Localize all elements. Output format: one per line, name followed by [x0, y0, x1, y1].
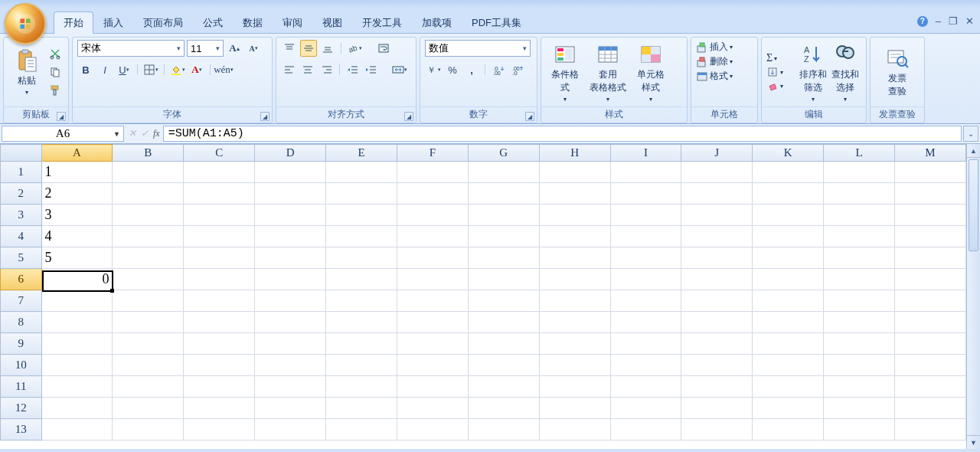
cell-F4[interactable]	[397, 226, 468, 247]
cell-B3[interactable]	[113, 205, 184, 226]
col-header-I[interactable]: I	[610, 145, 681, 162]
cell-K11[interactable]	[753, 376, 824, 398]
cell-M3[interactable]	[894, 205, 965, 226]
cell-H6[interactable]	[539, 269, 610, 290]
cell-styles-button[interactable]: 单元格 样式▾	[632, 41, 670, 104]
cell-E3[interactable]	[326, 205, 397, 226]
col-header-L[interactable]: L	[824, 145, 895, 162]
cell-G1[interactable]	[468, 162, 539, 183]
cell-M13[interactable]	[894, 419, 965, 441]
cell-G5[interactable]	[468, 247, 539, 269]
row-header-8[interactable]: 8	[1, 312, 42, 333]
col-header-E[interactable]: E	[326, 145, 397, 162]
col-header-B[interactable]: B	[113, 145, 184, 162]
vertical-scrollbar[interactable]: ▲ ▼	[966, 144, 980, 449]
cell-M6[interactable]	[894, 269, 965, 290]
decrease-decimal-button[interactable]: .00.0	[509, 61, 526, 78]
tab-页面布局[interactable]: 页面布局	[133, 11, 193, 34]
cell-I9[interactable]	[610, 333, 681, 355]
col-header-M[interactable]: M	[894, 145, 965, 162]
cell-H13[interactable]	[539, 419, 610, 441]
cell-G8[interactable]	[468, 312, 539, 333]
cell-K8[interactable]	[753, 312, 824, 333]
cell-E11[interactable]	[326, 376, 397, 398]
cell-G9[interactable]	[468, 333, 539, 355]
row-header-9[interactable]: 9	[1, 333, 42, 355]
cell-D9[interactable]	[255, 333, 326, 355]
cell-E2[interactable]	[326, 183, 397, 205]
comma-button[interactable]: ,	[463, 61, 480, 78]
cell-F3[interactable]	[397, 205, 468, 226]
cell-A11[interactable]	[41, 376, 113, 398]
cell-E8[interactable]	[326, 312, 397, 333]
cell-I7[interactable]	[610, 290, 681, 312]
col-header-A[interactable]: A	[41, 145, 113, 162]
cell-F12[interactable]	[397, 398, 468, 419]
underline-button[interactable]: U▾	[116, 61, 132, 78]
name-box[interactable]: A6 ▼	[2, 126, 124, 142]
cell-M4[interactable]	[894, 226, 965, 247]
cell-H1[interactable]	[539, 162, 610, 183]
cell-L1[interactable]	[824, 162, 895, 183]
wrap-text-button[interactable]	[375, 40, 392, 57]
row-header-10[interactable]: 10	[1, 355, 42, 376]
row-header-7[interactable]: 7	[1, 290, 42, 312]
cell-A1[interactable]: 1	[41, 162, 113, 183]
cell-J8[interactable]	[681, 312, 753, 333]
scroll-up-button[interactable]: ▲	[967, 144, 980, 158]
cell-J7[interactable]	[681, 290, 753, 312]
cell-F8[interactable]	[397, 312, 468, 333]
fx-button[interactable]: fx	[153, 128, 160, 139]
row-header-5[interactable]: 5	[1, 247, 42, 269]
scroll-thumb[interactable]	[969, 159, 978, 251]
cell-B12[interactable]	[113, 398, 184, 419]
cell-F2[interactable]	[397, 183, 468, 205]
cell-F13[interactable]	[397, 419, 468, 441]
cell-B5[interactable]	[113, 247, 184, 269]
cell-J4[interactable]	[681, 226, 753, 247]
office-button[interactable]	[5, 3, 46, 44]
cell-M1[interactable]	[894, 162, 965, 183]
cell-D13[interactable]	[255, 419, 326, 441]
cell-M9[interactable]	[894, 333, 965, 355]
cell-J12[interactable]	[681, 398, 753, 419]
tab-审阅[interactable]: 审阅	[273, 11, 312, 34]
cell-H3[interactable]	[539, 205, 610, 226]
select-all-corner[interactable]	[1, 145, 42, 162]
formula-input[interactable]: =SUM(A1:A5)	[163, 126, 962, 142]
cell-B8[interactable]	[113, 312, 184, 333]
cell-B11[interactable]	[113, 376, 184, 398]
insert-cells-button[interactable]: 插入▾	[696, 41, 750, 54]
cell-G11[interactable]	[468, 376, 539, 398]
row-header-4[interactable]: 4	[1, 226, 42, 247]
cell-H10[interactable]	[539, 355, 610, 376]
cell-J5[interactable]	[681, 247, 753, 269]
close-button[interactable]: ✕	[965, 15, 974, 27]
cell-A13[interactable]	[41, 419, 113, 441]
cell-M12[interactable]	[894, 398, 965, 419]
border-button[interactable]: ▾	[142, 61, 159, 78]
cell-F1[interactable]	[397, 162, 468, 183]
cell-G3[interactable]	[468, 205, 539, 226]
cell-G10[interactable]	[468, 355, 539, 376]
cell-A6[interactable]: 0	[41, 269, 113, 290]
font-color-button[interactable]: A▾	[188, 61, 205, 78]
cell-L7[interactable]	[824, 290, 895, 312]
cell-K13[interactable]	[753, 419, 824, 441]
cell-L5[interactable]	[824, 247, 895, 269]
cell-K10[interactable]	[753, 355, 824, 376]
align-right-button[interactable]	[318, 61, 335, 78]
cell-D10[interactable]	[255, 355, 326, 376]
clipboard-launcher[interactable]: ◢	[57, 112, 66, 121]
cell-F6[interactable]	[397, 269, 468, 290]
cell-I6[interactable]	[610, 269, 681, 290]
cell-J10[interactable]	[681, 355, 753, 376]
tab-视图[interactable]: 视图	[312, 11, 352, 34]
cell-D8[interactable]	[255, 312, 326, 333]
cell-A2[interactable]: 2	[41, 183, 113, 205]
align-bottom-button[interactable]	[319, 40, 336, 57]
cell-D1[interactable]	[255, 162, 326, 183]
cell-A7[interactable]	[41, 290, 113, 312]
tab-开发工具[interactable]: 开发工具	[352, 11, 412, 34]
cell-E10[interactable]	[326, 355, 397, 376]
